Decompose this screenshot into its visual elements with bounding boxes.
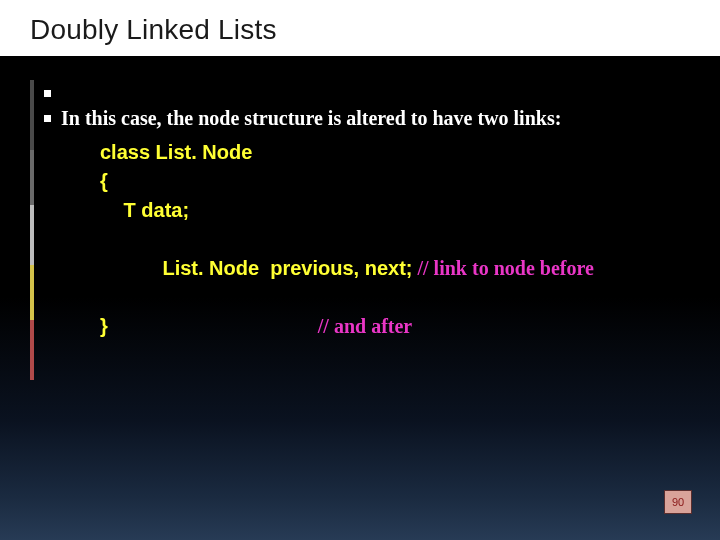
slide-content: In this case, the node structure is alte… — [44, 80, 684, 341]
code-line: class List. Node — [100, 141, 252, 163]
bullet-item-main: In this case, the node structure is alte… — [44, 105, 684, 132]
bullet-icon — [44, 90, 51, 97]
slide: Doubly Linked Lists In this case, the no… — [0, 0, 720, 540]
code-line: List. Node previous, next; — [162, 257, 412, 279]
bullet-text: In this case, the node structure is alte… — [61, 105, 561, 132]
bullet-icon — [44, 115, 51, 122]
accent-stripe — [30, 80, 34, 380]
code-block: class List. Node { T data; List. Node pr… — [100, 138, 684, 341]
code-comment: // and after — [318, 312, 412, 341]
code-comment: // link to node before — [413, 257, 594, 279]
bullet-item-empty — [44, 80, 684, 97]
code-line: T data; — [118, 199, 189, 221]
slide-title: Doubly Linked Lists — [30, 14, 690, 48]
code-line: { — [100, 170, 108, 192]
code-line: } — [100, 312, 108, 341]
page-number: 90 — [664, 490, 692, 514]
